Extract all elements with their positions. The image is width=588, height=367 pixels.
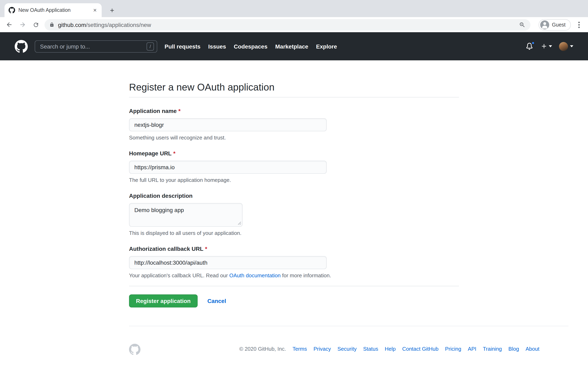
label-text: Homepage URL bbox=[129, 150, 172, 157]
url-path: /settings/applications/new bbox=[86, 21, 151, 28]
nav-issues[interactable]: Issues bbox=[208, 43, 226, 50]
browser-profile-button[interactable]: Guest bbox=[538, 19, 571, 30]
browser-toolbar: github.com/settings/applications/new Gue… bbox=[0, 17, 588, 32]
plus-icon bbox=[109, 7, 115, 13]
required-asterisk: * bbox=[173, 150, 175, 157]
label-text: Authorization callback URL bbox=[129, 245, 203, 252]
github-nav: Pull requests Issues Codespaces Marketpl… bbox=[164, 43, 337, 50]
reload-button[interactable] bbox=[31, 20, 41, 30]
form-actions: Register application Cancel bbox=[129, 286, 459, 308]
nav-pull-requests[interactable]: Pull requests bbox=[164, 43, 200, 50]
nav-codespaces[interactable]: Codespaces bbox=[234, 43, 268, 50]
application-description-group: Application description Demo blogging ap… bbox=[129, 192, 459, 236]
browser-menu-button[interactable] bbox=[574, 20, 584, 30]
forward-arrow-icon bbox=[19, 21, 26, 28]
copyright-text: © 2020 GitHub, Inc. bbox=[239, 346, 286, 352]
footer-link-blog[interactable]: Blog bbox=[508, 346, 519, 352]
page-zoom-icon[interactable] bbox=[519, 21, 525, 28]
application-name-label: Application name* bbox=[129, 107, 459, 115]
user-menu-button[interactable] bbox=[559, 42, 573, 51]
tab-close-icon[interactable]: × bbox=[91, 7, 98, 14]
site-footer: © 2020 GitHub, Inc. Terms Privacy Securi… bbox=[129, 326, 568, 367]
callback-url-note: Your application's callback URL. Read ou… bbox=[129, 272, 459, 278]
main-content: Register a new OAuth application Applica… bbox=[0, 60, 588, 367]
user-avatar bbox=[559, 42, 568, 51]
caret-down-icon bbox=[549, 45, 552, 47]
callback-url-label: Authorization callback URL* bbox=[129, 245, 459, 252]
footer-link-privacy[interactable]: Privacy bbox=[314, 346, 331, 352]
reload-icon bbox=[33, 21, 39, 28]
footer-link-security[interactable]: Security bbox=[337, 346, 357, 352]
back-arrow-icon bbox=[6, 21, 12, 28]
footer-link-about[interactable]: About bbox=[526, 346, 539, 352]
guest-avatar-icon bbox=[540, 20, 549, 29]
caret-down-icon bbox=[570, 45, 573, 47]
note-suffix: for more information. bbox=[281, 272, 331, 278]
footer-link-help[interactable]: Help bbox=[385, 346, 396, 352]
nav-explore[interactable]: Explore bbox=[316, 43, 337, 50]
browser-tab[interactable]: New OAuth Application × bbox=[4, 3, 102, 17]
label-text: Application description bbox=[129, 192, 192, 199]
address-bar[interactable]: github.com/settings/applications/new bbox=[44, 19, 530, 30]
footer-links-row: © 2020 GitHub, Inc. Terms Privacy Securi… bbox=[239, 346, 539, 352]
plus-icon bbox=[541, 43, 547, 49]
homepage-url-input[interactable] bbox=[129, 161, 327, 174]
browser-window: New OAuth Application × github.com/setti… bbox=[0, 0, 588, 367]
footer-link-training[interactable]: Training bbox=[483, 346, 502, 352]
url-domain: github.com bbox=[58, 21, 86, 28]
required-asterisk: * bbox=[205, 245, 207, 252]
cancel-link[interactable]: Cancel bbox=[208, 298, 226, 304]
kebab-icon bbox=[578, 21, 580, 28]
github-footer-logo-icon bbox=[129, 344, 140, 355]
github-search-input[interactable]: Search or jump to... / bbox=[35, 40, 157, 52]
application-description-note: This is displayed to all users of your a… bbox=[129, 230, 459, 236]
forward-button[interactable] bbox=[17, 20, 27, 30]
tab-strip: New OAuth Application × bbox=[0, 0, 588, 17]
homepage-url-group: Homepage URL* The full URL to your appli… bbox=[129, 150, 459, 183]
profile-label: Guest bbox=[552, 22, 566, 27]
callback-url-input[interactable] bbox=[129, 256, 327, 269]
register-application-button[interactable]: Register application bbox=[129, 294, 198, 308]
url-text: github.com/settings/applications/new bbox=[58, 21, 151, 28]
note-prefix: Your application's callback URL. Read ou… bbox=[129, 272, 229, 278]
callback-url-group: Authorization callback URL* Your applica… bbox=[129, 245, 459, 278]
resize-grip-icon[interactable] bbox=[238, 221, 241, 225]
slash-shortcut-badge: / bbox=[147, 42, 154, 50]
lock-icon[interactable] bbox=[49, 22, 54, 27]
footer-link-terms[interactable]: Terms bbox=[293, 346, 307, 352]
homepage-url-label: Homepage URL* bbox=[129, 150, 459, 157]
footer-link-api[interactable]: API bbox=[468, 346, 476, 352]
back-button[interactable] bbox=[4, 20, 14, 30]
footer-link-contact-github[interactable]: Contact GitHub bbox=[402, 346, 439, 352]
github-logo-icon[interactable] bbox=[15, 40, 28, 53]
nav-marketplace[interactable]: Marketplace bbox=[275, 43, 308, 50]
homepage-url-note: The full URL to your application homepag… bbox=[129, 177, 459, 183]
application-name-note: Something users will recognize and trust… bbox=[129, 134, 459, 141]
footer-link-status[interactable]: Status bbox=[363, 346, 378, 352]
page-title: Register a new OAuth application bbox=[129, 81, 459, 98]
github-header: Search or jump to... / Pull requests Iss… bbox=[0, 32, 588, 60]
notifications-button[interactable] bbox=[526, 43, 533, 50]
required-asterisk: * bbox=[178, 108, 181, 114]
search-placeholder: Search or jump to... bbox=[40, 43, 147, 50]
application-name-input[interactable] bbox=[129, 118, 327, 131]
tab-title: New OAuth Application bbox=[18, 7, 88, 13]
header-actions bbox=[526, 42, 573, 51]
application-description-textarea[interactable]: Demo blogging app bbox=[129, 203, 242, 227]
application-description-label: Application description bbox=[129, 192, 459, 200]
notification-dot bbox=[531, 41, 535, 45]
create-new-button[interactable] bbox=[541, 43, 552, 49]
label-text: Application name bbox=[129, 108, 177, 114]
new-tab-button[interactable] bbox=[107, 5, 117, 16]
footer-link-pricing[interactable]: Pricing bbox=[445, 346, 461, 352]
application-name-group: Application name* Something users will r… bbox=[129, 107, 459, 141]
github-favicon-icon bbox=[9, 7, 15, 13]
oauth-documentation-link[interactable]: OAuth documentation bbox=[229, 272, 281, 278]
